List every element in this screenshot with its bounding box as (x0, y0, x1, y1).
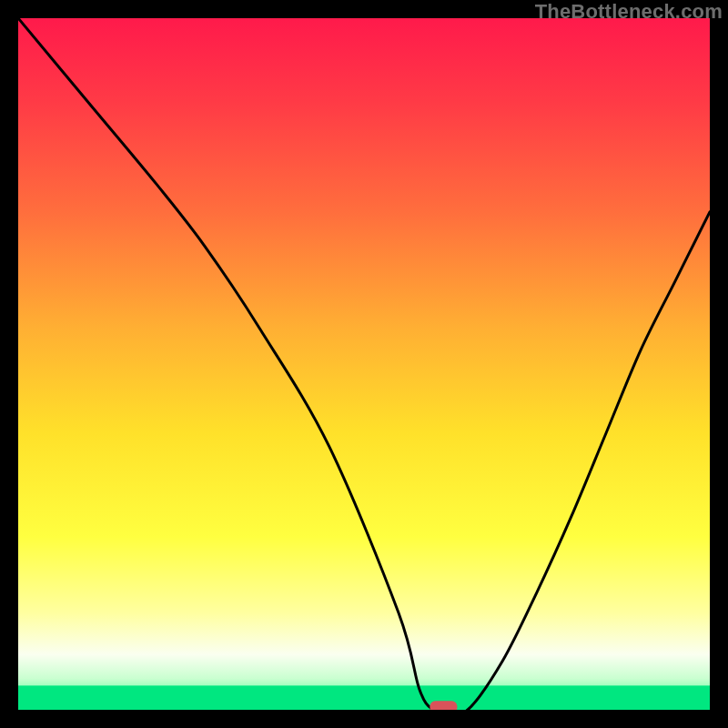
bottleneck-chart (18, 18, 710, 710)
chart-frame: TheBottleneck.com (0, 0, 728, 728)
optimal-marker (430, 701, 457, 710)
green-band (18, 685, 710, 710)
gradient-background (18, 18, 710, 710)
plot-area (18, 18, 710, 710)
